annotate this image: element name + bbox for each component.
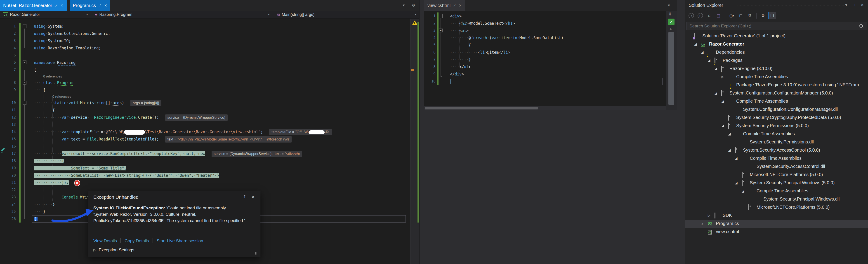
pin-icon[interactable]: ⊺ xyxy=(54,3,58,7)
view-details-link[interactable]: View Details xyxy=(93,238,117,243)
tree-item[interactable]: System.Security.Principal.Windows.dll xyxy=(685,195,868,204)
code-line[interactable]: ················SomeText·=·"Some Title", xyxy=(34,164,126,172)
tree-item[interactable]: Package 'RazorEngine 3.10.0' was restore… xyxy=(685,81,868,89)
tree-item[interactable]: Microsoft.NETCore.Platforms (5.0.0) xyxy=(685,204,868,212)
code-line[interactable]: ············var·result·=·service.RunComp… xyxy=(34,150,302,157)
resize-grip[interactable] xyxy=(255,252,258,255)
code-line[interactable]: <div> xyxy=(450,12,462,20)
forward-icon[interactable]: ► xyxy=(696,12,704,19)
tab-list-dropdown-icon[interactable]: ▾ xyxy=(403,3,405,8)
properties-icon[interactable]: ⚙ xyxy=(759,12,767,19)
expander-expanded-icon[interactable]: ◢ xyxy=(708,58,710,62)
scroll-up-icon[interactable]: ▲ xyxy=(669,27,672,30)
tree-item[interactable]: ▷C#Program.cs xyxy=(685,220,868,228)
tree-item[interactable]: ◢Compile Time Assemblies xyxy=(685,98,868,106)
code-line[interactable]: ········@foreach·(var·item·in·Model.Some… xyxy=(450,34,563,42)
left-editor-scrollbar[interactable] xyxy=(410,19,419,264)
expander-expanded-icon[interactable]: ◢ xyxy=(721,99,724,103)
expander-expanded-icon[interactable]: ◢ xyxy=(715,67,717,71)
code-line[interactable]: namespace·Razoring xyxy=(34,59,75,66)
expander-expanded-icon[interactable]: ◢ xyxy=(728,148,731,152)
pane-splitter[interactable] xyxy=(419,0,424,264)
tab-program-cs[interactable]: Program.cs ⊺ ✕ xyxy=(70,0,110,11)
code-line[interactable]: ····{ xyxy=(34,86,45,94)
chevron-down-icon[interactable]: ▾ xyxy=(268,13,270,16)
tab-nuget-razor-generator[interactable]: NuGet: Razor.Generator ⊺ ✕ xyxy=(0,0,67,11)
scrollbar-thumb[interactable] xyxy=(669,32,674,105)
breadcrumb-member[interactable]: ▧ Main(string[] args) xyxy=(277,11,314,18)
chevron-down-icon[interactable]: ▾ xyxy=(86,13,88,16)
code-line[interactable] xyxy=(450,78,451,85)
pin-icon[interactable]: ⊺ xyxy=(98,3,102,7)
quick-actions-icon[interactable] xyxy=(0,147,6,152)
code-line[interactable]: ····<ul> xyxy=(450,27,469,34)
tree-item[interactable]: ◢System.Configuration.ConfigurationManag… xyxy=(685,89,868,98)
code-line[interactable]: ············<li>@item</li> xyxy=(450,49,510,56)
sync-with-active-document-icon[interactable]: ⧉ xyxy=(746,12,754,19)
solution-explorer-header[interactable]: Solution Explorer ▾ ⊺ ✕ xyxy=(685,0,868,10)
exception-error-icon[interactable]: ✕ xyxy=(74,180,80,186)
expander-expanded-icon[interactable]: ◢ xyxy=(694,42,697,46)
expander-expanded-icon[interactable]: ◢ xyxy=(728,132,731,136)
code-line[interactable]: ········} xyxy=(450,56,471,63)
codelens-references[interactable]: 0 references xyxy=(53,94,71,99)
back-icon[interactable]: ◄ xyxy=(687,12,695,19)
code-line[interactable]: ········static·void·Main(string[]·args)a… xyxy=(34,99,161,106)
expander-expanded-icon[interactable]: ◢ xyxy=(735,156,738,160)
tree-item[interactable]: ◢Packages xyxy=(685,57,868,65)
expander-expanded-icon[interactable]: ◢ xyxy=(701,50,704,54)
code-line[interactable]: ········} xyxy=(34,201,55,208)
tree-item[interactable]: System.Security.AccessControl.dll xyxy=(685,163,868,171)
code-line[interactable]: ················SomeDataList·=·new·List<… xyxy=(34,172,219,179)
tree-item[interactable]: ▷SDK xyxy=(685,212,868,220)
tab-view-cshtml[interactable]: view.cshtml ⊺ ✕ xyxy=(424,0,465,11)
exception-settings-expander[interactable]: ▷ Exception Settings xyxy=(93,247,134,253)
tree-item[interactable]: ◢System.Security.AccessControl (5.0.0) xyxy=(685,147,868,155)
fold-toggle-icon[interactable]: − xyxy=(23,60,26,64)
pin-icon[interactable]: ⊺ xyxy=(854,3,856,7)
code-line[interactable]: using·System.Collections.Generic; xyxy=(34,30,110,37)
tree-item[interactable]: System.Security.Cryptography.ProtectedDa… xyxy=(685,114,868,122)
collapse-all-icon[interactable]: ⊟ xyxy=(737,12,745,19)
fold-toggle-icon[interactable]: − xyxy=(23,101,26,105)
expander-expanded-icon[interactable]: ◢ xyxy=(715,91,717,95)
live-share-link[interactable]: Start Live Share session... xyxy=(157,238,207,243)
close-icon[interactable]: ✕ xyxy=(861,3,864,7)
code-line[interactable]: ····} xyxy=(34,208,45,215)
tree-item[interactable]: ◢Compile Time Assemblies xyxy=(685,187,868,195)
code-line[interactable]: ············var·service·=·RazorEngineSer… xyxy=(34,114,228,121)
expander-expanded-icon[interactable]: ◢ xyxy=(735,181,738,185)
close-icon[interactable]: ✕ xyxy=(104,3,107,8)
code-line[interactable]: using·System; xyxy=(34,23,64,30)
pin-icon[interactable]: ⊺ xyxy=(453,3,457,7)
expander-collapsed-icon[interactable]: ▷ xyxy=(708,213,710,217)
tree-item[interactable]: ◢System.Security.Principal.Windows (5.0.… xyxy=(685,179,868,187)
search-icon[interactable] xyxy=(859,24,864,28)
window-position-dropdown-icon[interactable]: ▾ xyxy=(845,3,847,7)
expander-collapsed-icon[interactable]: ▷ xyxy=(721,75,724,79)
code-line[interactable]: ············{ xyxy=(34,157,64,164)
search-input[interactable]: Search Solution Explorer (Ctrl+;) xyxy=(686,22,867,30)
fold-toggle-icon[interactable]: − xyxy=(23,81,26,84)
middle-editor-scrollbar[interactable]: ⇕ ✓ ▲ xyxy=(666,11,677,110)
chevron-down-icon[interactable]: ▾ xyxy=(415,13,416,16)
tree-item[interactable]: ◢Compile Time Assemblies xyxy=(685,155,868,163)
horizontal-scrollbar[interactable] xyxy=(424,106,666,110)
code-line[interactable]: ············});✕ xyxy=(34,179,80,186)
split-handle-icon[interactable]: ⇕ xyxy=(668,11,672,17)
scrollbar-thumb[interactable] xyxy=(425,107,538,109)
pin-icon[interactable]: ⊺ xyxy=(244,194,246,200)
tree-item[interactable]: ◢Dependencies xyxy=(685,49,868,57)
code-line[interactable]: ········{ xyxy=(34,106,55,114)
code-line[interactable]: using·RazorEngine.Templating; xyxy=(34,45,101,52)
tree-item[interactable]: ◢Compile Time Assemblies xyxy=(685,130,868,138)
expander-expanded-icon[interactable]: ◢ xyxy=(742,189,744,193)
expander-expanded-icon[interactable]: ◢ xyxy=(721,124,724,128)
pending-changes-icon[interactable]: ◷▾ xyxy=(728,12,736,19)
codelens-references[interactable]: 0 references xyxy=(43,73,62,79)
tab-list-dropdown-icon[interactable]: ▾ xyxy=(668,3,670,8)
breadcrumb-type[interactable]: ❖ Razoring.Program xyxy=(94,11,132,18)
tree-item[interactable]: ▷Compile Time Assemblies xyxy=(685,73,868,81)
tree-item[interactable]: System.Configuration.ConfigurationManage… xyxy=(685,106,868,114)
fold-toggle-icon[interactable]: − xyxy=(439,14,442,18)
